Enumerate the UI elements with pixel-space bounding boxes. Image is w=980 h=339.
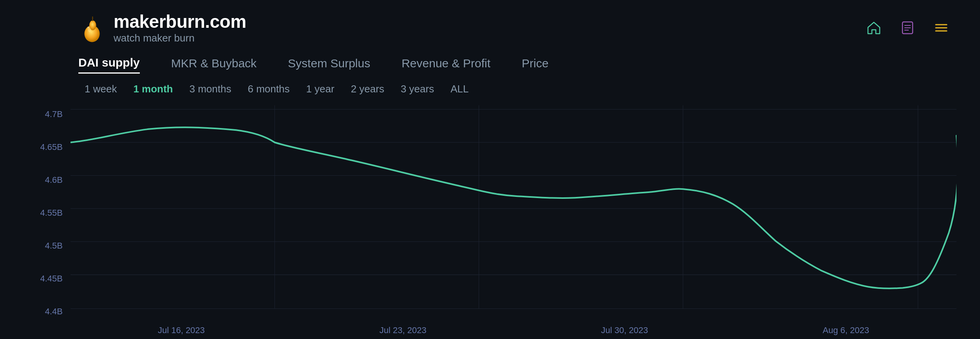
menu-icon[interactable] <box>934 20 949 35</box>
chart-svg <box>71 105 956 321</box>
header-icons <box>866 20 949 35</box>
tab-system-surplus[interactable]: System Surplus <box>288 57 370 73</box>
svg-point-4 <box>87 26 89 28</box>
x-label-1: Jul 23, 2023 <box>380 325 427 335</box>
x-axis: Jul 16, 2023 Jul 23, 2023 Jul 30, 2023 A… <box>71 321 956 339</box>
svg-rect-2 <box>92 16 93 21</box>
x-label-0: Jul 16, 2023 <box>158 325 205 335</box>
tab-mkr-buyback[interactable]: MKR & Buyback <box>171 57 257 73</box>
logo-area: makerburn.com watch maker burn <box>78 11 246 44</box>
y-label-4: 4.5B <box>24 241 71 251</box>
filter-2years[interactable]: 2 years <box>345 81 391 97</box>
nav-tabs: DAI supply MKR & Buyback System Surplus … <box>0 52 980 74</box>
tab-dai-supply[interactable]: DAI supply <box>78 56 140 74</box>
tab-price[interactable]: Price <box>522 57 548 73</box>
y-label-0: 4.7B <box>24 109 71 119</box>
logo-text: makerburn.com watch maker burn <box>114 11 246 44</box>
tab-revenue-profit[interactable]: Revenue & Profit <box>401 57 490 73</box>
time-filters: 1 week 1 month 3 months 6 months 1 year … <box>0 74 980 97</box>
site-title: makerburn.com <box>114 11 246 32</box>
logo-icon <box>78 12 106 43</box>
filter-6months[interactable]: 6 months <box>241 81 296 97</box>
x-label-3: Aug 6, 2023 <box>823 325 869 335</box>
filter-3years[interactable]: 3 years <box>394 81 440 97</box>
home-icon[interactable] <box>866 20 881 35</box>
site-subtitle: watch maker burn <box>114 32 246 44</box>
y-label-6: 4.4B <box>24 307 71 317</box>
y-label-2: 4.6B <box>24 175 71 185</box>
header: makerburn.com watch maker burn <box>0 0 980 52</box>
x-label-2: Jul 30, 2023 <box>601 325 648 335</box>
y-axis: 4.7B 4.65B 4.6B 4.55B 4.5B 4.45B 4.4B <box>24 105 71 321</box>
filter-1year[interactable]: 1 year <box>300 81 340 97</box>
y-label-1: 4.65B <box>24 142 71 152</box>
filter-1month[interactable]: 1 month <box>127 81 179 97</box>
filter-all[interactable]: ALL <box>444 81 475 97</box>
list-icon[interactable] <box>900 20 915 35</box>
chart-area: 4.7B 4.65B 4.6B 4.55B 4.5B 4.45B 4.4B <box>24 105 956 339</box>
filter-1week[interactable]: 1 week <box>78 81 123 97</box>
y-label-5: 4.45B <box>24 274 71 284</box>
y-label-3: 4.55B <box>24 208 71 218</box>
filter-3months[interactable]: 3 months <box>183 81 238 97</box>
